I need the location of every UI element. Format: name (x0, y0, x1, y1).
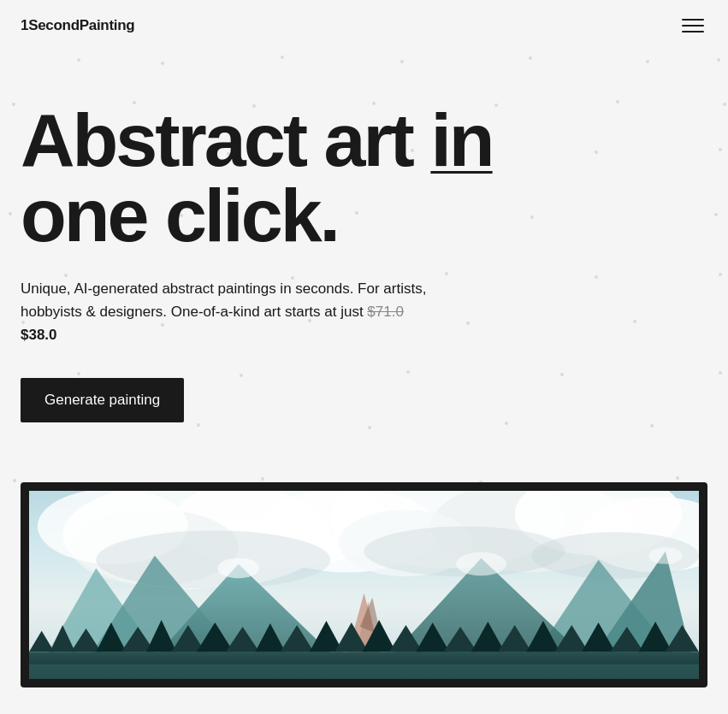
svg-point-21 (456, 552, 506, 575)
hero-section: Abstract art in one click. Unique, AI-ge… (0, 51, 728, 482)
hamburger-line-1 (682, 19, 704, 21)
hero-subtitle-text: Unique, AI-generated abstract paintings … (21, 280, 426, 320)
hero-title-underline: in (430, 97, 492, 182)
hero-title-part1: Abstract art (21, 97, 430, 182)
site-logo: 1SecondPainting (21, 17, 134, 34)
hero-title: Abstract art in one click. (21, 103, 619, 253)
painting-preview (21, 482, 707, 687)
hamburger-line-3 (682, 31, 704, 32)
generate-painting-button[interactable]: Generate painting (21, 378, 184, 422)
hamburger-line-2 (682, 25, 704, 27)
header: 1SecondPainting (0, 0, 728, 51)
menu-button[interactable] (678, 15, 707, 36)
svg-point-11 (96, 530, 330, 589)
hero-subtitle: Unique, AI-generated abstract paintings … (21, 277, 440, 347)
price-new: $38.0 (21, 327, 57, 343)
hero-title-part3: one click. (21, 173, 338, 257)
svg-rect-53 (29, 672, 699, 678)
painting-image (29, 491, 699, 679)
svg-point-22 (648, 547, 682, 564)
price-original: $71.0 (367, 304, 404, 320)
svg-point-20 (217, 558, 259, 577)
